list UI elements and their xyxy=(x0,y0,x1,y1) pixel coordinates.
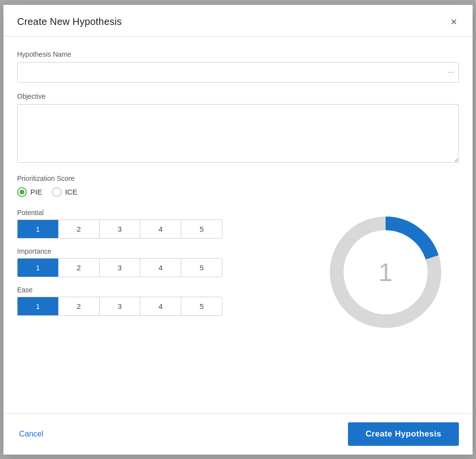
potential-btn-1[interactable]: 1 xyxy=(18,220,59,238)
importance-row: Importance 1 2 3 4 5 xyxy=(17,247,283,277)
ease-btn-4[interactable]: 4 xyxy=(140,297,181,315)
potential-label: Potential xyxy=(17,209,283,217)
cancel-button[interactable]: Cancel xyxy=(17,426,45,442)
potential-buttons: 1 2 3 4 5 xyxy=(17,219,222,239)
objective-label: Objective xyxy=(17,92,459,100)
importance-btn-2[interactable]: 2 xyxy=(59,259,100,277)
prioritization-radio-group: PIE ICE xyxy=(17,187,459,197)
radio-option-pie[interactable]: PIE xyxy=(17,187,42,197)
scores-layout: Potential 1 2 3 4 5 Importance xyxy=(17,209,459,336)
potential-btn-4[interactable]: 4 xyxy=(140,220,181,238)
importance-label: Importance xyxy=(17,247,283,255)
radio-circle-pie xyxy=(17,187,27,197)
ease-row: Ease 1 2 3 4 5 xyxy=(17,286,283,316)
importance-btn-1[interactable]: 1 xyxy=(18,259,59,277)
hypothesis-name-label: Hypothesis Name xyxy=(17,50,459,58)
ease-btn-1[interactable]: 1 xyxy=(18,297,59,315)
donut-chart: 1 xyxy=(322,209,449,336)
hypothesis-name-input[interactable] xyxy=(17,62,459,83)
potential-btn-5[interactable]: 5 xyxy=(181,220,222,238)
objective-wrapper xyxy=(17,104,459,165)
ease-label: Ease xyxy=(17,286,283,294)
potential-row: Potential 1 2 3 4 5 xyxy=(17,209,283,239)
dialog-overlay: Create New Hypothesis × Hypothesis Name … xyxy=(0,0,476,459)
dialog-footer: Cancel Create Hypothesis xyxy=(3,413,473,455)
importance-buttons: 1 2 3 4 5 xyxy=(17,258,222,277)
scores-left: Potential 1 2 3 4 5 Importance xyxy=(17,209,283,325)
importance-btn-4[interactable]: 4 xyxy=(140,259,181,277)
donut-center-value: 1 xyxy=(379,258,393,287)
ease-btn-2[interactable]: 2 xyxy=(59,297,100,315)
radio-label-pie: PIE xyxy=(30,188,42,196)
dialog-header: Create New Hypothesis × xyxy=(3,5,473,37)
create-hypothesis-dialog: Create New Hypothesis × Hypothesis Name … xyxy=(3,5,473,455)
radio-option-ice[interactable]: ICE xyxy=(52,187,77,197)
objective-input[interactable] xyxy=(17,104,459,163)
dialog-content: Hypothesis Name ⋯ Objective Prioritizati… xyxy=(3,37,473,413)
prioritization-label: Prioritization Score xyxy=(17,175,459,182)
hypothesis-name-wrapper: ⋯ xyxy=(17,62,459,83)
ease-btn-5[interactable]: 5 xyxy=(181,297,222,315)
scores-right: 1 xyxy=(312,209,459,336)
radio-label-ice: ICE xyxy=(65,188,77,196)
create-hypothesis-button[interactable]: Create Hypothesis xyxy=(348,422,459,446)
dialog-title: Create New Hypothesis xyxy=(17,16,122,27)
potential-btn-3[interactable]: 3 xyxy=(100,220,141,238)
ease-btn-3[interactable]: 3 xyxy=(100,297,141,315)
radio-circle-ice xyxy=(52,187,62,197)
close-button[interactable]: × xyxy=(449,16,459,28)
potential-btn-2[interactable]: 2 xyxy=(59,220,100,238)
importance-btn-5[interactable]: 5 xyxy=(181,259,222,277)
ease-buttons: 1 2 3 4 5 xyxy=(17,297,222,316)
importance-btn-3[interactable]: 3 xyxy=(100,259,141,277)
